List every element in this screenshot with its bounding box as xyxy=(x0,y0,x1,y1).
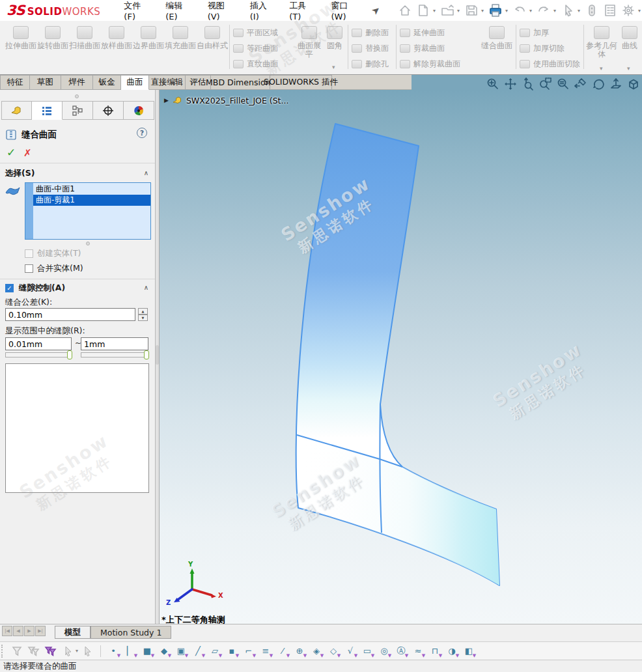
min-slider-handle[interactable] xyxy=(67,350,72,359)
display-style-icon[interactable] xyxy=(626,76,641,92)
gap-range-min-slider[interactable] xyxy=(5,352,72,357)
tab-mbd-dimensions[interactable]: MBD Dimensions xyxy=(211,75,270,90)
magnet-toggle-icon[interactable] xyxy=(584,3,600,18)
filter-surface-finish-icon[interactable]: √▼ xyxy=(342,644,359,658)
curves-dropdown[interactable]: ▾ xyxy=(627,65,630,72)
ribbon-ruled-surface-button[interactable]: 直纹曲面 xyxy=(233,56,278,72)
gap-range-max-slider[interactable] xyxy=(81,352,148,357)
help-icon[interactable]: ? xyxy=(137,128,147,138)
listbox-resize-grip[interactable] xyxy=(86,242,90,245)
tab-surfaces[interactable]: 曲面 xyxy=(121,75,149,90)
selection-collapse-chevron[interactable]: ∧ xyxy=(144,169,148,176)
undo-icon[interactable] xyxy=(512,3,527,18)
rotate-view-icon[interactable] xyxy=(591,76,606,92)
ribbon-lofted-surface-button[interactable]: 放样曲面 xyxy=(101,24,132,50)
feature-manager-tab[interactable] xyxy=(1,101,32,120)
ribbon-cut-with-surface-button[interactable]: 使用曲面切除 xyxy=(520,56,580,72)
ribbon-curves-button[interactable]: 曲线 xyxy=(617,24,642,50)
ribbon-delete-face-button[interactable]: 删除面 xyxy=(352,25,389,40)
ribbon-planar-surface-button[interactable]: 平面区域 xyxy=(233,25,278,40)
options-gear-icon[interactable] xyxy=(621,3,636,18)
filter-centerlines-icon[interactable]: ◈▼ xyxy=(308,644,325,658)
tab-solidworks-addins[interactable]: SOLIDWORKS 插件 xyxy=(270,75,332,90)
filter-connection-points-icon[interactable]: ◧▼ xyxy=(460,644,477,658)
save-dropdown[interactable]: ▾ xyxy=(481,8,484,14)
reference-geometry-dropdown[interactable]: ▾ xyxy=(600,65,603,72)
redo-icon[interactable] xyxy=(536,3,551,18)
filter-off-icon[interactable] xyxy=(8,644,25,658)
pan-icon[interactable] xyxy=(503,76,518,92)
feature-tree-root[interactable]: ▶ SWX2025_Fillet_JOE (St... xyxy=(164,95,288,105)
filter-planes-icon[interactable]: ▱▼ xyxy=(206,644,223,658)
filter-geometric-tolerances-icon[interactable]: ▭▼ xyxy=(359,644,376,658)
motion-study-tab[interactable]: Motion Study 1 xyxy=(91,626,171,639)
selection-item-surface-midface[interactable]: 曲面-中面1 xyxy=(33,184,150,195)
new-file-icon[interactable] xyxy=(415,3,431,18)
new-file-dropdown[interactable]: ▾ xyxy=(433,8,436,14)
ribbon-filled-surface-button[interactable]: 填充曲面 xyxy=(165,24,196,50)
ribbon-swept-surface-button[interactable]: 扫描曲面 xyxy=(69,24,100,50)
selection-item-surface-trim[interactable]: 曲面-剪裁1 xyxy=(33,195,150,206)
filter-center-marks-icon[interactable]: ⊕▼ xyxy=(291,644,308,658)
select-cursor-icon[interactable] xyxy=(560,3,576,18)
nav-prev-button[interactable]: ◀ xyxy=(13,626,23,636)
previous-view-icon[interactable] xyxy=(574,76,588,92)
filter-sketch-points-icon[interactable]: ▪▼ xyxy=(223,644,240,658)
gap-control-header[interactable]: 缝隙控制(A) xyxy=(19,283,65,294)
ribbon-replace-face-button[interactable]: 替换面 xyxy=(352,40,389,56)
model-tab[interactable]: 模型 xyxy=(55,626,91,639)
ribbon-flatten-surface-button[interactable]: 曲面展平 xyxy=(294,24,324,59)
filter-sketches-icon[interactable]: ⌐▼ xyxy=(240,644,257,658)
select-filtered-icon[interactable] xyxy=(79,644,96,658)
filter-surface-bodies-icon[interactable]: ◆▼ xyxy=(156,644,173,658)
filter-balloons-icon[interactable]: Ⓐ▼ xyxy=(393,644,410,658)
ribbon-trim-surface-button[interactable]: 剪裁曲面 xyxy=(400,40,460,56)
nav-last-button[interactable]: ▶| xyxy=(35,626,46,636)
display-manager-tab[interactable] xyxy=(124,101,154,120)
gap-control-checkbox[interactable]: ✓ xyxy=(5,284,14,292)
gap-list-box[interactable] xyxy=(5,363,149,493)
tab-direct-editing[interactable]: 直接编辑 xyxy=(149,75,186,90)
tab-weldments[interactable]: 焊件 xyxy=(61,75,93,90)
filter-datums-icon[interactable]: ⊓▼ xyxy=(426,644,443,658)
filter-faces-icon[interactable]: ■▼ xyxy=(139,644,156,658)
filter-stack-icon[interactable] xyxy=(25,644,42,658)
selection-section-header[interactable]: 选择(S) xyxy=(5,168,35,179)
ribbon-reference-geometry-button[interactable]: 参考几何体 xyxy=(586,24,617,59)
dimxpert-manager-tab[interactable] xyxy=(93,101,124,120)
nav-first-button[interactable]: |◀ xyxy=(2,626,12,636)
cancel-button[interactable]: ✗ xyxy=(23,147,32,159)
ribbon-revolved-surface-button[interactable]: 旋转曲面 xyxy=(37,24,68,50)
print-dropdown[interactable]: ▾ xyxy=(505,8,508,14)
select-dropdown[interactable]: ▾ xyxy=(578,8,580,14)
ribbon-untrim-surface-button[interactable]: 解除剪裁曲面 xyxy=(400,56,460,72)
filter-midpoints-icon[interactable]: ⁄▼ xyxy=(274,644,291,658)
open-file-dropdown[interactable]: ▾ xyxy=(457,8,460,14)
ribbon-knit-surface-button[interactable]: 缝合曲面 xyxy=(481,24,513,50)
print-icon[interactable] xyxy=(488,3,503,18)
configuration-manager-tab[interactable] xyxy=(63,101,93,120)
filter-solid-bodies-icon[interactable]: ▣▼ xyxy=(173,644,189,658)
panel-splitter-handle[interactable] xyxy=(156,345,159,365)
ribbon-boundary-surface-button[interactable]: 边界曲面 xyxy=(133,24,164,50)
filter-vertices-icon[interactable]: •▼ xyxy=(105,644,122,658)
ok-button[interactable]: ✓ xyxy=(7,146,16,159)
filter-weld-symbols-icon[interactable]: ≈▼ xyxy=(410,644,426,658)
model-canvas[interactable] xyxy=(160,90,642,624)
filter-sketch-segments-icon[interactable]: ≡▼ xyxy=(257,644,274,658)
open-file-icon[interactable] xyxy=(440,3,455,18)
home-icon[interactable] xyxy=(397,3,413,18)
knit-selection-listbox[interactable]: 曲面-中面1 曲面-剪裁1 xyxy=(25,182,151,240)
ribbon-delete-hole-button[interactable]: 删除孔 xyxy=(352,56,389,72)
menu-pin-icon[interactable]: ➤ xyxy=(369,3,383,18)
property-manager-tab[interactable] xyxy=(32,101,63,120)
spinner-up[interactable]: ▲ xyxy=(138,308,148,315)
max-slider-handle[interactable] xyxy=(144,350,149,359)
filter-blocks-icon[interactable]: ◑▼ xyxy=(443,644,460,658)
undo-dropdown[interactable]: ▾ xyxy=(529,8,532,14)
fillet-dropdown[interactable]: ▾ xyxy=(332,64,335,70)
filter-notes-icon[interactable]: ◎▼ xyxy=(376,644,393,658)
ribbon-extend-surface-button[interactable]: 延伸曲面 xyxy=(400,25,460,40)
ribbon-extruded-surface-button[interactable]: 拉伸曲面 xyxy=(5,24,36,50)
feature-tree-root-label[interactable]: SWX2025_Fillet_JOE (St... xyxy=(186,96,289,105)
